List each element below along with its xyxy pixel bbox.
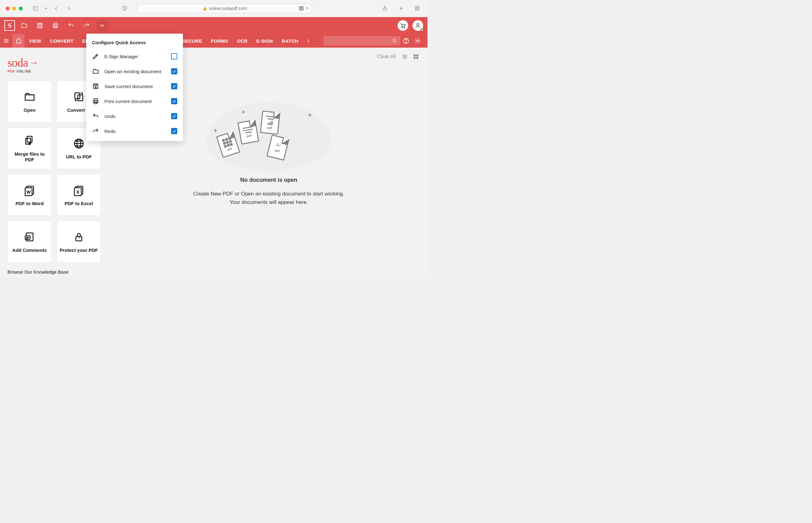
svg-rect-27	[75, 93, 80, 99]
excel-icon: X	[73, 183, 85, 197]
svg-rect-55	[414, 57, 416, 59]
svg-rect-56	[416, 57, 418, 59]
ribbon-scroll-right-button[interactable]	[303, 34, 314, 48]
tab-batch[interactable]: BATCH	[277, 34, 303, 48]
popover-item-label: Print current document	[104, 99, 166, 104]
nav-forward-button[interactable]	[65, 4, 74, 13]
svg-rect-54	[416, 54, 418, 56]
tab-overview-button[interactable]	[413, 4, 422, 13]
tab-view[interactable]: VIEW	[24, 34, 46, 48]
popover-checkbox[interactable]	[171, 98, 177, 104]
tab-convert[interactable]: CONVERT	[46, 34, 77, 48]
tile-label: PDF to Excel	[65, 201, 93, 206]
lock-icon: **	[73, 230, 85, 244]
redo-icon	[92, 127, 99, 135]
svg-rect-12	[38, 26, 41, 28]
tab-esign[interactable]: E-SIGN	[252, 34, 277, 48]
popover-title: Configure Quick Access	[86, 39, 183, 49]
translate-icon[interactable]: 🅰	[299, 6, 304, 11]
popover-item-redo[interactable]: Redo	[86, 124, 183, 139]
app-logo[interactable]: S	[4, 20, 15, 31]
qa-undo-button[interactable]	[65, 19, 77, 32]
svg-point-22	[393, 39, 395, 42]
popover-item-label: Undo	[104, 114, 166, 119]
popover-item-label: Redo	[104, 129, 166, 134]
svg-rect-28	[78, 95, 83, 101]
minimize-window-button[interactable]	[12, 6, 16, 11]
tile-comment[interactable]: Add Comments	[7, 221, 52, 263]
list-view-button[interactable]	[401, 53, 408, 60]
popover-item-folder-open[interactable]: Open an existing document	[86, 64, 183, 79]
popover-item-print[interactable]: Print current document	[86, 94, 183, 109]
knowledge-base-link[interactable]: Browse Our Knowledge Base	[7, 269, 103, 274]
url-text: online.sodapdf.com	[209, 6, 247, 11]
popover-item-pen[interactable]: E-Sign Manager	[86, 49, 183, 64]
svg-point-18	[417, 23, 419, 25]
svg-point-57	[277, 144, 278, 145]
qa-print-button[interactable]	[49, 19, 62, 32]
qa-redo-button[interactable]	[81, 19, 93, 32]
tile-excel[interactable]: X PDF to Excel	[57, 174, 101, 216]
tile-lock[interactable]: ** Protect your PDF	[57, 221, 101, 263]
svg-point-17	[404, 27, 405, 28]
qa-open-button[interactable]	[18, 19, 31, 32]
online-status-dot	[420, 28, 423, 31]
share-button[interactable]	[380, 4, 390, 13]
merge-icon	[24, 134, 36, 147]
reload-icon[interactable]: ⟳	[305, 6, 309, 11]
fullscreen-window-button[interactable]	[19, 6, 23, 11]
convert-icon	[73, 90, 85, 104]
tab-ocr[interactable]: OCR	[232, 34, 252, 48]
svg-rect-0	[33, 6, 38, 10]
tab-forms[interactable]: FORMS	[207, 34, 233, 48]
svg-point-60	[95, 86, 97, 88]
tile-word[interactable]: W PDF to Word	[7, 174, 52, 216]
empty-state-title: No document is open	[240, 177, 297, 183]
folder-open-icon	[92, 68, 99, 75]
svg-rect-8	[415, 9, 417, 11]
tile-label: PDF to Word	[16, 201, 44, 206]
svg-rect-53	[414, 54, 416, 56]
settings-button[interactable]	[412, 34, 423, 48]
grid-view-button[interactable]	[413, 53, 419, 60]
popover-checkbox[interactable]	[171, 83, 177, 89]
svg-point-26	[417, 40, 418, 42]
qa-save-button[interactable]	[34, 19, 46, 32]
configure-quick-access-popover: Configure Quick Access E-Sign Manager Op…	[86, 34, 183, 141]
sidebar-toggle-button[interactable]	[31, 4, 40, 13]
popover-item-save[interactable]: Save current document	[86, 79, 183, 94]
tile-label: Open	[24, 107, 36, 113]
lock-icon: 🔒	[203, 6, 207, 11]
popover-checkbox[interactable]	[171, 113, 177, 119]
popover-item-undo[interactable]: Undo	[86, 109, 183, 124]
folder-open-icon	[24, 90, 36, 104]
account-button[interactable]	[413, 20, 423, 31]
tile-merge[interactable]: Merge files to PDF	[7, 127, 52, 169]
qa-configure-dropdown-button[interactable]	[96, 19, 108, 32]
new-tab-button[interactable]	[396, 4, 406, 13]
tile-label: Add Comments	[13, 248, 47, 253]
help-button[interactable]	[400, 34, 412, 48]
popover-checkbox[interactable]	[171, 53, 177, 59]
close-window-button[interactable]	[6, 6, 10, 11]
tab-group-dropdown-button[interactable]	[43, 4, 49, 13]
cart-button[interactable]	[398, 20, 408, 31]
svg-text:X: X	[76, 190, 80, 195]
tile-folder-open[interactable]: Open	[7, 80, 52, 122]
privacy-shield-button[interactable]	[120, 4, 129, 13]
window-controls	[6, 6, 23, 11]
app-quick-access-bar: S	[0, 17, 428, 34]
nav-back-button[interactable]	[51, 4, 61, 13]
clear-all-button[interactable]: Clear All	[377, 54, 396, 59]
address-bar[interactable]: 🔒 online.sodapdf.com 🅰 ⟳	[137, 4, 312, 13]
tile-label: Merge files to PDF	[10, 151, 50, 162]
tab-home[interactable]	[13, 34, 24, 48]
popover-checkbox[interactable]	[171, 68, 177, 74]
svg-rect-29	[27, 137, 32, 142]
hamburger-menu-button[interactable]	[0, 34, 13, 48]
svg-rect-9	[418, 9, 419, 11]
ribbon-search-input[interactable]	[324, 36, 400, 46]
popover-checkbox[interactable]	[171, 128, 177, 134]
ribbon-tabs: VIEW CONVERT ED SECURE FORMS OCR E-SIGN …	[0, 34, 428, 48]
tile-label: Protect your PDF	[60, 248, 98, 253]
